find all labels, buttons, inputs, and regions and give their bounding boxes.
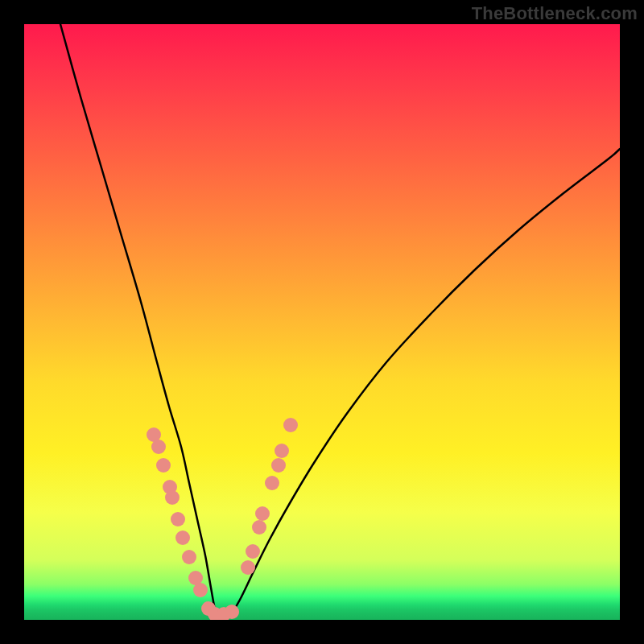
highlighted-dots-group (147, 418, 298, 620)
highlight-dot (283, 418, 298, 432)
highlight-dot (271, 458, 286, 473)
highlight-dot (255, 506, 270, 521)
highlight-dot (175, 530, 190, 545)
highlight-dot (241, 560, 255, 575)
highlight-dot (225, 605, 239, 619)
chart-svg (24, 24, 620, 620)
chart-frame: TheBottleneck.com (0, 0, 644, 644)
highlight-dot (193, 583, 208, 597)
highlight-dot (156, 458, 171, 473)
watermark-text: TheBottleneck.com (472, 3, 638, 24)
highlight-dot (265, 476, 279, 490)
highlight-dot (275, 444, 289, 458)
highlight-dot (246, 544, 260, 559)
plot-area (24, 24, 620, 620)
highlight-dot (165, 490, 180, 505)
highlight-dot (151, 440, 166, 454)
highlight-dot (171, 512, 185, 526)
highlight-dot (252, 520, 266, 535)
highlight-dot (182, 550, 196, 564)
bottleneck-curve (60, 24, 620, 617)
